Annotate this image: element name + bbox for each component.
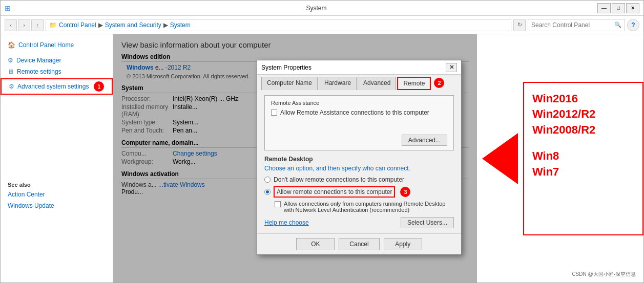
help-button[interactable]: ? [627, 19, 639, 31]
right-panel-win8: Win8 [532, 148, 559, 164]
dont-allow-label: Don't allow remote connections to this c… [274, 176, 404, 183]
home-icon: 🏠 [8, 41, 15, 49]
sidebar-item-action-center[interactable]: Action Center [1, 189, 113, 200]
annotation-1: 1 [94, 81, 104, 92]
sidebar-item-device-manager[interactable]: ⚙ Device Manager [1, 55, 113, 66]
watermark: CSDN @大国小匠-深空信息 [572, 271, 636, 278]
tab-remote[interactable]: Remote [397, 77, 431, 90]
tab-advanced[interactable]: Advanced [358, 77, 396, 90]
dont-allow-row: Don't allow remote connections to this c… [264, 176, 454, 183]
address-part-cp[interactable]: Control Panel [59, 21, 96, 29]
advanced-icon: ⚙ [9, 83, 14, 90]
maximize-button[interactable]: □ [612, 3, 625, 13]
search-input[interactable] [531, 21, 614, 29]
right-section: Win2016 Win2012/R2 Win2008/R2 Win8 Win7 … [477, 34, 643, 282]
nla-checkbox[interactable] [275, 201, 281, 207]
search-icon: 🔍 [614, 21, 621, 28]
window-title: System [35, 5, 597, 12]
help-select-row: Help me choose Select Users... [264, 217, 454, 228]
tab-computer-name[interactable]: Computer Name [261, 77, 318, 90]
device-manager-icon: ⚙ [8, 57, 13, 64]
right-panel-win2008: Win2008/R2 [532, 122, 595, 138]
advanced-button[interactable]: Advanced... [402, 135, 447, 146]
address-bar: ‹ › ↑ 📁 Control Panel ▶ System and Secur… [1, 16, 643, 34]
sidebar-item-advanced[interactable]: ⚙ Advanced system settings 1 [1, 78, 113, 95]
tab-bar: Computer Name Hardware Advanced Remote 2 [257, 75, 461, 90]
choose-option-text: Choose an option, and then specify who c… [264, 165, 454, 172]
address-path: 📁 Control Panel ▶ System and Security ▶ … [46, 19, 511, 31]
dialog-buttons: OK Cancel Apply [257, 233, 461, 254]
allow-remote-assistance-label: Allow Remote Assistance connections to t… [280, 109, 429, 116]
allow-radio[interactable] [264, 189, 271, 195]
dialog-close-button[interactable]: ✕ [446, 63, 457, 72]
address-part-system[interactable]: System [170, 21, 191, 29]
select-users-button[interactable]: Select Users... [401, 217, 454, 228]
ok-button[interactable]: OK [296, 238, 335, 250]
help-me-choose-link[interactable]: Help me choose [264, 219, 309, 226]
main-panel: View basic information about your comput… [113, 34, 477, 282]
apply-button[interactable]: Apply [384, 238, 422, 250]
allow-row: Allow remote connections to this compute… [264, 186, 454, 198]
minimize-button[interactable]: — [597, 3, 611, 13]
allow-remote-assistance-checkbox[interactable] [271, 110, 277, 116]
search-box: 🔍 [528, 19, 625, 31]
dont-allow-radio[interactable] [264, 177, 271, 183]
nla-row: Allow connections only from computers ru… [275, 201, 454, 213]
back-button[interactable]: ‹ [5, 19, 17, 31]
refresh-button[interactable]: ↻ [513, 19, 526, 31]
remote-assistance-title: Remote Assistance [271, 100, 447, 106]
right-panel-win2016: Win2016 [532, 91, 578, 107]
right-panel-win2012: Win2012/R2 [532, 106, 595, 122]
system-properties-dialog: System Properties ✕ Computer Name Hardwa… [257, 60, 462, 255]
right-panel-win7: Win7 [532, 164, 559, 180]
right-panel: Win2016 Win2012/R2 Win2008/R2 Win8 Win7 … [523, 82, 643, 235]
cancel-button[interactable]: Cancel [339, 238, 379, 250]
sidebar-home[interactable]: 🏠 Control Panel Home [1, 39, 113, 51]
address-part-ss[interactable]: System and Security [105, 21, 161, 29]
main-window: ⊞ System — □ ✕ ‹ › ↑ 📁 Control Panel ▶ S… [0, 0, 644, 283]
annotation-3: 3 [400, 187, 410, 197]
annotation-2: 2 [434, 78, 444, 88]
remote-settings-icon: 🖥 [8, 68, 14, 75]
sidebar-item-remote-settings[interactable]: 🖥 Remote settings [1, 66, 113, 77]
remote-assistance-section: Remote Assistance Allow Remote Assistanc… [264, 95, 454, 150]
advanced-btn-container: Advanced... [271, 135, 447, 146]
nav-buttons: ‹ › ↑ [5, 19, 44, 31]
dialog-title: System Properties [261, 64, 311, 71]
allow-label: Allow remote connections to this compute… [274, 186, 395, 198]
content-area: 🏠 Control Panel Home ⚙ Device Manager 🖥 … [1, 34, 643, 282]
close-button[interactable]: ✕ [626, 3, 639, 13]
allow-remote-assistance-row: Allow Remote Assistance connections to t… [271, 109, 447, 116]
see-also-label: See also [1, 178, 113, 189]
title-controls: — □ ✕ [597, 3, 639, 13]
remote-desktop-section: Remote Desktop Choose an option, and the… [264, 156, 454, 228]
dialog-content: Remote Assistance Allow Remote Assistanc… [257, 90, 461, 233]
arrow-section [477, 128, 523, 189]
sidebar-item-windows-update[interactable]: Windows Update [1, 200, 113, 211]
forward-button[interactable]: › [18, 19, 30, 31]
tab-hardware[interactable]: Hardware [319, 77, 357, 90]
sidebar: 🏠 Control Panel Home ⚙ Device Manager 🖥 … [1, 34, 113, 282]
up-button[interactable]: ↑ [31, 19, 44, 31]
dialog-title-bar: System Properties ✕ [257, 60, 461, 75]
nla-label: Allow connections only from computers ru… [284, 201, 454, 213]
arrow-icon [482, 133, 518, 184]
title-bar: ⊞ System — □ ✕ [1, 1, 643, 16]
remote-desktop-title: Remote Desktop [264, 156, 454, 163]
